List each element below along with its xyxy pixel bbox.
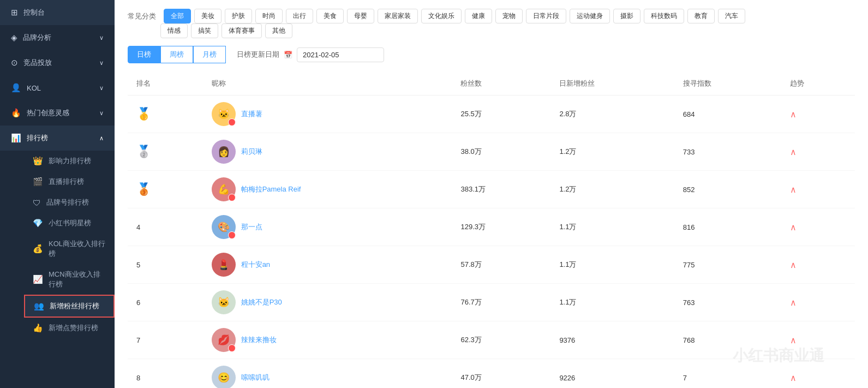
new-fans-icon: 👥 <box>34 301 44 311</box>
date-tab-monthly[interactable]: 月榜 <box>193 46 226 63</box>
date-tab-daily[interactable]: 日榜 <box>128 46 160 63</box>
rank-cell: 🥉 <box>128 171 203 208</box>
nickname-cell: 🎨那一点 <box>203 208 452 246</box>
table-body: 🥇🐱直播薯25.5万2.8万684∧🥈👩莉贝琳38.0万1.2万733∧🥉💪帕梅… <box>128 95 855 389</box>
sidebar-label-dashboard: 控制台 <box>23 8 104 17</box>
kol-name[interactable]: 程十安an <box>241 260 270 270</box>
nickname-cell: 💋辣辣来撸妆 <box>203 321 452 359</box>
filter-cat-skincare[interactable]: 护肤 <box>225 9 252 23</box>
sidebar-sublabel-kol-income: KOL商业收入排行榜 <box>49 239 106 259</box>
filter-cat-education[interactable]: 教育 <box>687 9 715 23</box>
trend-up-icon: ∧ <box>790 185 797 194</box>
sidebar-subitem-brand-rank[interactable]: 🛡 品牌号排行榜 <box>24 192 115 213</box>
rank-cell: 🥈 <box>128 133 203 171</box>
filter-cat-travel[interactable]: 出行 <box>286 9 313 23</box>
filter-cat-beauty[interactable]: 美妆 <box>194 9 222 23</box>
nickname-cell: 👩莉贝琳 <box>203 133 452 171</box>
filter-cat-food[interactable]: 美食 <box>316 9 344 23</box>
filter-cat-photo[interactable]: 摄影 <box>613 9 640 23</box>
kol-name[interactable]: 莉贝琳 <box>241 147 262 157</box>
table-row: 8😊嗦嗦叽叽47.0万92267∧ <box>128 359 855 389</box>
col-fans: 粉丝数 <box>452 72 550 95</box>
kol-name[interactable]: 辣辣来撸妆 <box>241 335 277 345</box>
sidebar-item-brand-analysis[interactable]: ◈ 品牌分析 ∨ <box>0 25 115 50</box>
filter-cat-emotion[interactable]: 情感 <box>160 23 188 38</box>
search-index-cell: 763 <box>674 284 781 321</box>
filter-cat-daily[interactable]: 日常片段 <box>526 9 566 23</box>
kol-name[interactable]: 姚姚不是P30 <box>241 297 282 307</box>
trend-cell: ∧ <box>781 359 855 389</box>
influence-rank-icon: 👑 <box>33 156 43 166</box>
avatar-wrap: 💋 <box>212 328 236 352</box>
filter-cat-pet[interactable]: 宠物 <box>495 9 523 23</box>
nickname-cell: 💄程十安an <box>203 246 452 284</box>
kol-name[interactable]: 嗦嗦叽叽 <box>241 373 270 383</box>
table-row: 4🎨那一点129.3万1.1万816∧ <box>128 208 855 246</box>
date-tabs: 日榜周榜月榜日榜更新日期📅 <box>128 46 855 63</box>
filter-cat-other[interactable]: 其他 <box>265 23 292 38</box>
filter-cat-tech[interactable]: 科技数码 <box>644 9 684 23</box>
sidebar-subitem-influence-rank[interactable]: 👑 影响力排行榜 <box>24 151 115 171</box>
filter-cat-health[interactable]: 健康 <box>465 9 492 23</box>
filter-cat-baby[interactable]: 母婴 <box>347 9 374 23</box>
user-info: 💪帕梅拉Pamela Reif <box>212 177 444 201</box>
rank-cell: 6 <box>128 284 203 321</box>
filter-cat-culture[interactable]: 文化娱乐 <box>421 9 462 23</box>
rank-number: 6 <box>136 299 140 307</box>
rank-medal: 🥈 <box>136 145 151 158</box>
filter-cat-home[interactable]: 家居家装 <box>378 9 418 23</box>
search-index-cell: 775 <box>674 246 781 284</box>
sidebar-item-trending[interactable]: 🔥 热门创意灵感 ∨ <box>0 100 115 126</box>
sidebar-label-ranking: 排行榜 <box>27 133 94 143</box>
sidebar-sublabel-star-rank: 小红书明星榜 <box>49 218 106 228</box>
sidebar-subitem-mcn-income[interactable]: 📈 MCN商业收入排行榜 <box>24 264 115 295</box>
kol-name[interactable]: 帕梅拉Pamela Reif <box>241 184 301 194</box>
live-rank-icon: 🎬 <box>33 177 43 187</box>
sidebar-subitem-new-fans[interactable]: 👥 新增粉丝排行榜 <box>24 295 115 318</box>
star-rank-icon: 💎 <box>33 218 43 228</box>
col-search-index: 搜寻指数 <box>674 72 781 95</box>
kol-name[interactable]: 直播薯 <box>241 109 262 119</box>
filter-cat-sports[interactable]: 体育赛事 <box>222 23 262 38</box>
new-fans-cell: 1.2万 <box>550 171 674 208</box>
trend-up-icon: ∧ <box>790 147 797 157</box>
filter-cat-funny[interactable]: 搞笑 <box>191 23 218 38</box>
new-fans-cell: 1.1万 <box>550 246 674 284</box>
avatar-badge <box>228 118 236 126</box>
filter-cat-all[interactable]: 全部 <box>164 9 191 23</box>
trend-up-icon: ∧ <box>790 373 797 383</box>
table-row: 5💄程十安an57.8万1.1万775∧ <box>128 246 855 284</box>
sidebar-item-competitor[interactable]: ⊙ 竞品投放 ∨ <box>0 50 115 75</box>
rank-medal: 🥇 <box>136 107 151 121</box>
table-header: 排名 昵称 粉丝数 日新增粉丝 搜寻指数 趋势 <box>128 72 855 95</box>
trend-up-icon: ∧ <box>790 336 797 345</box>
search-index-cell: 852 <box>674 171 781 208</box>
kol-name[interactable]: 那一点 <box>241 222 262 232</box>
filter-cat-fashion[interactable]: 时尚 <box>255 9 283 23</box>
new-fans-cell: 9226 <box>550 359 674 389</box>
sidebar-subitem-new-likes[interactable]: 👍 新增点赞排行榜 <box>24 318 115 338</box>
rank-cell: 4 <box>128 208 203 246</box>
date-input[interactable] <box>297 47 384 62</box>
user-info: 🐱姚姚不是P30 <box>212 290 444 314</box>
sidebar-item-dashboard[interactable]: ⊞ 控制台 <box>0 0 115 25</box>
avatar: 😊 <box>212 366 236 388</box>
sidebar-subitem-live-rank[interactable]: 🎬 直播排行榜 <box>24 171 115 192</box>
rank-cell: 🥇 <box>128 95 203 133</box>
filter-cat-sport[interactable]: 运动健身 <box>570 9 610 23</box>
sidebar-subitem-kol-income[interactable]: 💰 KOL商业收入排行榜 <box>24 234 115 264</box>
date-tab-weekly[interactable]: 周榜 <box>160 46 193 63</box>
user-info: 👩莉贝琳 <box>212 140 444 164</box>
sidebar-label-trending: 热门创意灵感 <box>27 108 94 118</box>
nickname-cell: 😊嗦嗦叽叽 <box>203 359 452 389</box>
sidebar-item-ranking[interactable]: 📊 排行榜 ∧ <box>0 126 115 151</box>
sidebar-subitem-star-rank[interactable]: 💎 小红书明星榜 <box>24 213 115 234</box>
sidebar-item-kol[interactable]: 👤 KOL ∨ <box>0 75 115 100</box>
search-index-cell: 816 <box>674 208 781 246</box>
filter-cat-auto[interactable]: 汽车 <box>718 9 745 23</box>
rank-number: 5 <box>136 261 140 269</box>
col-rank: 排名 <box>128 72 203 95</box>
brand-rank-icon: 🛡 <box>33 198 41 207</box>
search-index-cell: 768 <box>674 321 781 359</box>
rank-cell: 8 <box>128 359 203 389</box>
